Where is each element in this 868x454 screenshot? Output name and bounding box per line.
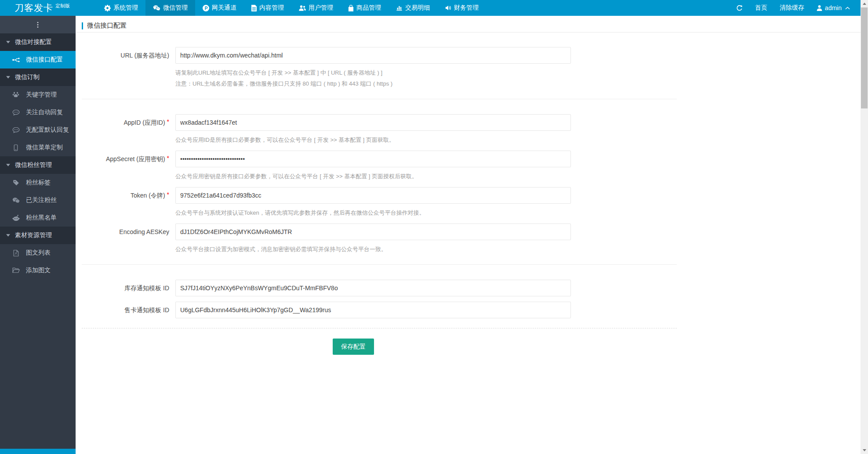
sidebar-group-header[interactable]: 微信订制 [0,68,76,86]
sidebar-item[interactable]: 图文列表 [0,244,76,262]
username: admin [825,4,842,11]
field-help-text: 注意：URL主域名必需备案，微信服务接口只支持 80 端口 ( http ) 和… [175,78,677,89]
brand-badge: 定制版 [55,3,70,9]
field-label-text: AppID (应用ID) [123,119,165,126]
field-label: AppID (应用ID)* [82,114,175,145]
scroll-down-arrow[interactable] [861,447,868,454]
nav-item-label: 内容管理 [259,4,284,12]
form-row: 库存通知模板 ID [82,280,677,296]
goods-icon [348,5,354,11]
content-icon [251,5,257,11]
field-input[interactable] [175,223,571,240]
wechat-icon [12,197,20,204]
scroll-up-arrow[interactable] [861,0,868,7]
page-scrollbar[interactable] [861,0,868,454]
paw-icon [12,92,20,98]
required-asterisk: * [167,191,169,198]
nav-item-1[interactable]: 系统管理 [97,0,145,16]
clear-cache-link[interactable]: 清除缓存 [774,0,810,16]
sidebar-group-label: 微信对接配置 [15,38,52,46]
field-help-text: 请复制此URL地址填写在公众号平台 [ 开发 >> 基本配置 ] 中 [ URL… [175,67,677,78]
caret-down-icon [6,164,10,166]
field-help-text: 公众号应用密钥是所有接口必要参数，可以在公众号平台 [ 开发 >> 基本配置 ]… [175,171,677,182]
title-accent-bar [82,22,83,29]
field-label: URL (服务器地址) [82,47,175,89]
nav-item-label: 交易明细 [405,4,430,12]
field-input[interactable] [175,114,571,131]
field-control: 公众号平台与系统对接认证Token，请优先填写此参数并保存，然后再在微信公众号平… [175,187,677,218]
required-asterisk: * [167,155,169,162]
field-label: Encoding AESKey [82,223,175,255]
sidebar-item[interactable]: 添加图文 [0,262,76,279]
caret-down-icon [6,234,10,237]
sidebar-menu: 微信对接配置微信接口配置微信订制关键字管理关注自动回复无配置默认回复微信菜单定制… [0,33,76,279]
field-label: 库存通知模板 ID [82,280,175,296]
sidebar-item-label: 已关注粉丝 [26,196,57,204]
caret-down-icon [6,41,10,43]
nav-item-7[interactable]: 交易明细 [389,0,437,16]
sidebar-item[interactable]: 微信菜单定制 [0,139,76,156]
sidebar-item-label: 关键字管理 [26,91,57,99]
file-pdf-icon [12,250,20,256]
sidebar-group-header[interactable]: 微信粉丝管理 [0,156,76,174]
nav-item-4[interactable]: 内容管理 [244,0,291,16]
caret-down-icon [6,76,10,79]
refresh-icon [736,5,743,11]
nav-item-8[interactable]: 财务管理 [437,0,486,16]
field-help-text: 公众号平台与系统对接认证Token，请优先填写此参数并保存，然后再在微信公众号平… [175,207,677,218]
mobile-icon [12,144,20,151]
chart-icon [396,5,403,11]
sidebar-item[interactable]: 已关注粉丝 [0,191,76,209]
form-row: URL (服务器地址)请复制此URL地址填写在公众号平台 [ 开发 >> 基本配… [82,47,677,89]
home-link[interactable]: 首页 [749,0,774,16]
field-label: 售卡通知模板 ID [82,302,175,318]
field-label-text: Encoding AESKey [119,228,169,235]
form-row: AppSecret (应用密钥)*公众号应用密钥是所有接口必要参数，可以在公众号… [82,151,677,182]
field-input[interactable] [175,187,571,204]
sidebar-item[interactable]: 粉丝标签 [0,174,76,191]
field-control [175,280,677,296]
config-form: URL (服务器地址)请复制此URL地址填写在公众号平台 [ 开发 >> 基本配… [76,32,677,318]
sidebar-item[interactable]: 关键字管理 [0,86,76,104]
sidebar-group-header[interactable]: 微信对接配置 [0,33,76,51]
wechat-icon [153,5,160,11]
nav-item-label: 微信管理 [163,4,188,12]
user-icon [817,5,822,11]
section-divider [82,264,677,265]
nav-item-3[interactable]: 网关通道 [195,0,244,16]
top-navbar: 刀客发卡 定制版 系统管理微信管理网关通道内容管理用户管理商品管理交易明细财务管… [0,0,861,16]
page-header: 微信接口配置 [76,19,861,32]
field-input[interactable] [175,151,571,167]
button-row: 保存配置 [76,339,861,355]
chevron-up-icon [845,7,850,10]
sidebar-item[interactable]: 无配置默认回复 [0,121,76,139]
field-input[interactable] [175,47,571,64]
page-title: 微信接口配置 [87,22,127,30]
sidebar-item[interactable]: 粉丝黑名单 [0,209,76,227]
usb-icon [12,57,20,63]
nav-item-5[interactable]: 用户管理 [291,0,341,16]
save-config-button[interactable]: 保存配置 [333,339,374,355]
sidebar-group-header[interactable]: 素材资源管理 [0,227,76,244]
nav-item-2[interactable]: 微信管理 [145,0,195,16]
nav-item-6[interactable]: 商品管理 [341,0,389,16]
field-label-text: 售卡通知模板 ID [124,306,169,313]
scrollbar-thumb[interactable] [861,7,868,108]
form-row: Encoding AESKey公众号平台接口设置为加密模式，消息加密密钥必需填写… [82,223,677,255]
field-label-text: AppSecret (应用密钥) [106,155,165,162]
field-input[interactable] [175,302,571,318]
users-icon [299,5,306,11]
sidebar-item[interactable]: 微信接口配置 [0,51,76,68]
section-divider [82,99,677,99]
field-input[interactable] [175,280,571,296]
form-row: 售卡通知模板 ID [82,302,677,318]
tag-icon [12,180,20,186]
sidebar-collapse-toggle[interactable] [0,16,76,33]
refresh-button[interactable] [730,0,749,16]
sidebar-item[interactable]: 关注自动回复 [0,104,76,121]
user-menu[interactable]: admin [810,0,856,16]
nav-item-label: 财务管理 [454,4,479,12]
sidebar-footer [0,449,76,454]
brand[interactable]: 刀客发卡 定制版 [0,0,76,16]
gateway-icon [203,5,209,11]
